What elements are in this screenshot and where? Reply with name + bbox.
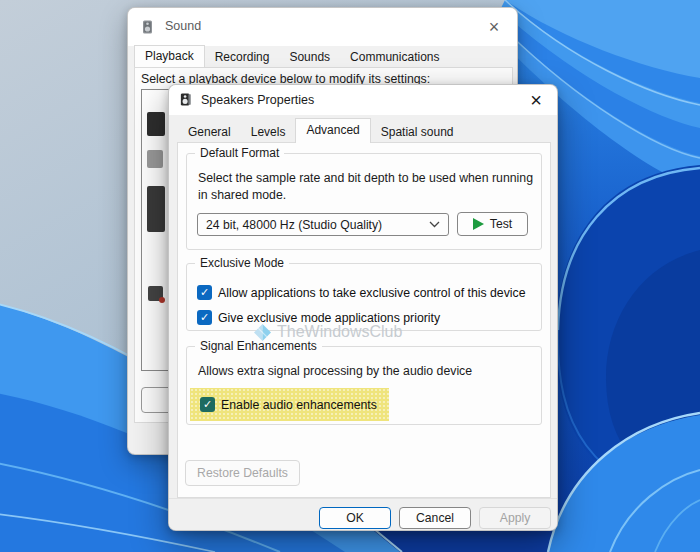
test-button[interactable]: Test (457, 212, 528, 236)
signal-enhancements-description: Allows extra signal processing by the au… (198, 364, 472, 378)
enable-audio-enhancements-label: Enable audio enhancements (221, 398, 377, 412)
tab-recording[interactable]: Recording (205, 48, 280, 67)
device-icon (147, 112, 165, 136)
speakers-titlebar: Speakers Properties × (169, 85, 557, 115)
speaker-icon (141, 19, 157, 35)
dropdown-selected-value: 24 bit, 48000 Hz (Studio Quality) (206, 218, 429, 232)
tab-levels[interactable]: Levels (241, 122, 296, 143)
tab-advanced[interactable]: Advanced (295, 118, 370, 143)
tab-communications[interactable]: Communications (340, 48, 449, 67)
ok-button[interactable]: OK (319, 507, 391, 529)
watermark: TheWindowsClub (254, 323, 402, 341)
sound-window-title: Sound (165, 19, 201, 33)
speakers-close-button[interactable]: × (525, 89, 547, 111)
test-button-label: Test (490, 217, 512, 231)
disabled-device-dot (159, 297, 165, 303)
tab-spatial-sound[interactable]: Spatial sound (371, 122, 464, 143)
speaker-icon (179, 92, 194, 107)
speakers-tab-bar: General Levels Advanced Spatial sound (178, 118, 464, 143)
tab-sounds[interactable]: Sounds (279, 48, 340, 67)
signal-enhancements-legend: Signal Enhancements (195, 339, 322, 353)
checkbox-checked-icon[interactable]: ✓ (197, 285, 212, 300)
device-icon (147, 150, 163, 168)
tab-general[interactable]: General (178, 122, 241, 143)
desktop: Sound × Playback Recording Sounds Commun… (0, 0, 700, 552)
watermark-text: TheWindowsClub (277, 323, 402, 341)
ok-button-label: OK (346, 511, 364, 525)
exclusive-control-checkbox-row[interactable]: ✓ Allow applications to take exclusive c… (197, 285, 526, 300)
thewindowsclub-logo-icon (254, 324, 271, 341)
apply-button-label: Apply (500, 511, 531, 525)
device-icon (147, 186, 165, 232)
cancel-button-label: Cancel (416, 511, 454, 525)
cancel-button[interactable]: Cancel (399, 507, 471, 529)
checkbox-checked-icon[interactable]: ✓ (200, 397, 215, 412)
restore-defaults-button: Restore Defaults (185, 460, 300, 486)
speakers-window-title: Speakers Properties (201, 93, 314, 107)
checkbox-checked-icon[interactable]: ✓ (197, 310, 212, 325)
sound-titlebar: Sound × (128, 8, 517, 46)
default-format-description-line2: in shared mode. (198, 188, 286, 202)
speakers-properties-window: Speakers Properties × General Levels Adv… (168, 84, 558, 531)
default-format-dropdown[interactable]: 24 bit, 48000 Hz (Studio Quality) (197, 213, 449, 236)
default-format-legend: Default Format (195, 146, 284, 160)
play-icon (473, 218, 484, 230)
tab-playback[interactable]: Playback (134, 45, 205, 67)
chevron-down-icon (429, 221, 440, 228)
device-icon (148, 286, 163, 301)
exclusive-mode-legend: Exclusive Mode (195, 256, 289, 270)
default-format-description-line1: Select the sample rate and bit depth to … (198, 171, 533, 185)
restore-defaults-label: Restore Defaults (197, 466, 288, 480)
sound-tab-bar: Playback Recording Sounds Communications (134, 45, 449, 67)
apply-button: Apply (479, 507, 551, 529)
sound-close-button[interactable]: × (483, 16, 505, 38)
enable-audio-enhancements-checkbox-row[interactable]: ✓ Enable audio enhancements (200, 397, 377, 412)
exclusive-control-label: Allow applications to take exclusive con… (218, 286, 526, 300)
